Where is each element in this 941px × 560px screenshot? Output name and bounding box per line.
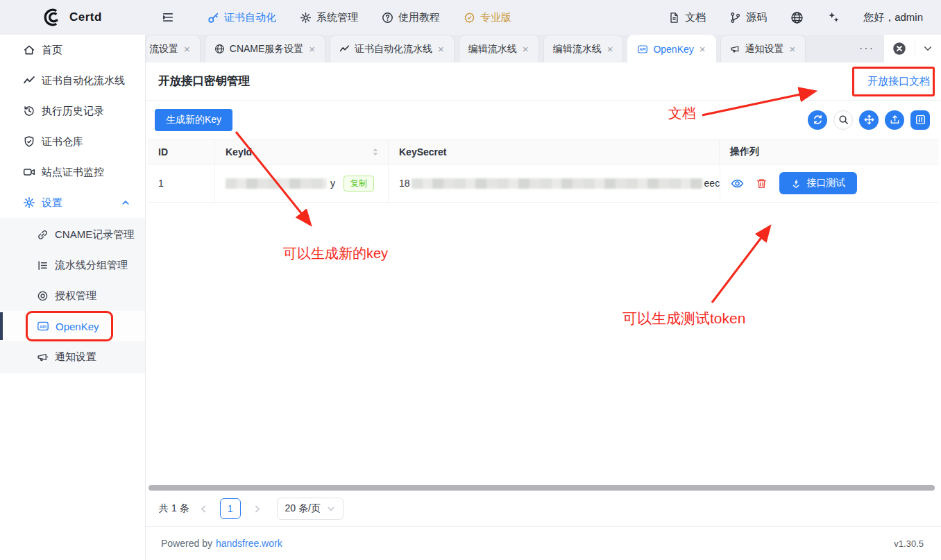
sidebar-item-site-monitor[interactable]: 站点证书监控 [0,157,145,187]
sidebar-item-label: 授权管理 [55,289,96,303]
tab-notify-settings[interactable]: 通知设置 × [720,35,806,62]
brand-name: Certd [69,10,102,24]
copy-button[interactable]: 复制 [344,176,374,192]
sort-icon[interactable] [371,147,380,157]
chevron-down-icon[interactable] [923,44,933,53]
close-icon[interactable]: × [607,43,614,55]
chevron-right-icon[interactable] [251,504,263,514]
api-test-button[interactable]: 接口测试 [779,172,857,194]
export-button[interactable] [885,110,904,130]
search-button[interactable] [833,110,853,130]
delete-icon[interactable] [756,178,768,189]
close-icon[interactable]: × [437,43,445,55]
close-icon[interactable]: × [789,43,797,55]
horizontal-scrollbar[interactable] [149,485,935,491]
column-settings-button[interactable] [910,110,930,130]
divider [915,41,915,56]
view-icon[interactable] [731,177,744,190]
sidebar-item-pipeline-groups[interactable]: 流水线分组管理 [0,250,145,280]
cell-id: 1 [148,164,215,203]
sidebar-item-cname-records[interactable]: CNAME记录管理 [0,219,145,250]
video-camera-icon [23,166,35,178]
bolt-test-icon [791,178,801,188]
close-icon[interactable]: × [308,43,316,55]
sidebar-item-label: 执行历史记录 [42,105,104,118]
shield-check-icon [23,135,35,148]
nav-pro-edition[interactable]: 专业版 [464,11,511,24]
nav-label: 系统管理 [316,11,358,24]
tab-label: OpenKey [653,44,693,55]
globe-icon [214,44,225,54]
tab-cert-pipeline[interactable]: 证书自动化流水线 × [330,35,455,62]
sidebar-item-label: 设置 [42,196,62,210]
close-icon[interactable]: × [699,43,706,55]
action-row: 生成新的Key [146,101,941,139]
svg-text:API: API [640,47,646,51]
settings-submenu: CNAME记录管理 流水线分组管理 [0,218,145,373]
close-icon[interactable]: × [522,43,529,55]
target-icon [37,290,49,302]
trend-icon [339,44,350,54]
home-icon [23,44,35,56]
sidebar-item-home[interactable]: 首页 [0,35,145,65]
sidebar-item-label: 流水线分组管理 [55,259,128,272]
sidebar-item-history[interactable]: 执行历史记录 [0,96,145,126]
collapse-menu-icon[interactable] [162,11,174,24]
keyid-visible-text: y [330,178,335,189]
sidebar-item-label: 证书仓库 [42,135,83,149]
gear-icon [23,196,35,209]
link-icon [37,229,49,241]
tab-edit-pipeline-1[interactable]: 编辑流水线 × [459,35,539,62]
tab-label: 证书自动化流水线 [355,43,432,56]
column-header-label: KeyId [226,146,252,158]
globe-icon[interactable] [790,11,804,24]
tab-openkey[interactable]: API OpenKey × [627,35,715,62]
chevron-up-icon [121,198,130,207]
user-greeting[interactable]: 您好，admin [863,11,923,24]
openkey-table: ID KeyId KeySecret 操作列 1 [148,139,939,203]
page-title: 开放接口密钥管理 [158,74,250,89]
trend-icon [23,74,35,87]
page-header: 开放接口密钥管理 开放接口文档 [146,62,941,101]
tab-settings-partial[interactable]: 流设置 × [146,35,201,62]
tab-more-button[interactable]: ··· [849,42,884,55]
sidebar-item-label: OpenKey [56,321,99,332]
redacted-keyid [226,178,327,189]
tab-edit-pipeline-2[interactable]: 编辑流水线 × [543,35,624,62]
top-header: Certd 证书自动化 系统 [0,0,941,35]
sidebar-item-notify-settings[interactable]: 通知设置 [0,341,145,372]
open-api-doc-link[interactable]: 开放接口文档 [867,75,930,88]
sparkles-icon[interactable] [827,11,840,24]
sidebar-item-label: CNAME记录管理 [55,228,134,241]
row-height-button[interactable] [859,110,879,130]
pro-badge-icon [464,12,475,24]
close-all-tabs-button[interactable] [892,42,906,56]
empty-area [146,203,941,485]
api-icon: API [37,320,49,332]
page-number[interactable]: 1 [220,498,241,519]
column-header-keyid: KeyId [215,139,389,164]
chevron-left-icon[interactable] [198,504,210,514]
sidebar-item-cert-store[interactable]: 证书仓库 [0,126,145,157]
api-icon: API [637,44,648,55]
table-toolbar [802,110,930,130]
nav-tutorial[interactable]: 使用教程 [382,11,440,24]
sidebar-item-pipeline[interactable]: 证书自动化流水线 [0,65,145,96]
close-icon[interactable]: × [183,43,191,55]
megaphone-icon [37,351,49,363]
generate-key-button[interactable]: 生成新的Key [155,109,232,131]
sidebar-item-settings[interactable]: 设置 [0,187,145,218]
nav-cert-automation[interactable]: 证书自动化 [207,11,276,24]
nav-system-manage[interactable]: 系统管理 [300,11,358,24]
refresh-button[interactable] [808,110,827,130]
group-list-icon [37,260,49,271]
sidebar-item-auth-manage[interactable]: 授权管理 [0,280,145,311]
tab-cname-service[interactable]: CNAME服务设置 × [205,35,325,62]
docs-link[interactable]: 文档 [668,11,706,24]
handsfree-link[interactable]: handsfree.work [216,538,282,549]
sidebar-item-label: 站点证书监控 [42,166,104,179]
brand-logo[interactable]: Certd [42,7,102,28]
sidebar-item-openkey[interactable]: API OpenKey [0,311,145,341]
source-code-link[interactable]: 源码 [729,11,767,24]
page-size-select[interactable]: 20 条/页 [277,498,344,520]
